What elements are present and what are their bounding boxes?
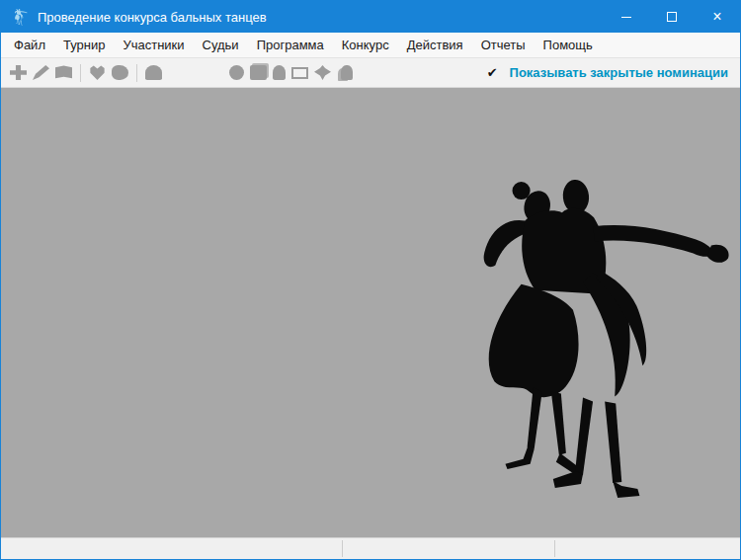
- status-section-3: [555, 538, 740, 559]
- close-icon: ×: [712, 9, 721, 25]
- menu-item-reports[interactable]: Отчеты: [472, 34, 535, 56]
- app-icon: [10, 7, 30, 27]
- menu-item-help[interactable]: Помощь: [535, 34, 602, 56]
- window-controls: ×: [604, 1, 740, 33]
- status-section-2: [343, 538, 554, 559]
- badge-icon[interactable]: [89, 65, 106, 80]
- window-title: Проведение конкурса бальных танцев: [38, 10, 604, 25]
- minimize-icon: [621, 17, 631, 18]
- menu-item-tournament[interactable]: Турнир: [54, 34, 114, 56]
- menu-bar: Файл Турнир Участники Судьи Программа Ко…: [1, 33, 740, 58]
- client-area: [1, 88, 740, 537]
- toolbar-right: ✔ Показывать закрытые номинации: [487, 65, 734, 80]
- copy-icon[interactable]: [250, 65, 267, 80]
- toolbar: ✔ Показывать закрытые номинации: [1, 58, 740, 88]
- toolbar-group-stamp: [142, 65, 165, 80]
- maximize-icon: [667, 12, 677, 22]
- shape-icon[interactable]: [112, 65, 128, 80]
- status-section-1: [1, 538, 342, 559]
- open-icon[interactable]: [55, 65, 72, 80]
- status-bar: [1, 537, 740, 559]
- stamp-icon[interactable]: [145, 65, 162, 80]
- toolbar-group-shapes: [86, 65, 131, 80]
- menu-item-participants[interactable]: Участники: [114, 34, 193, 56]
- app-window: Проведение конкурса бальных танцев × Фай…: [0, 0, 741, 560]
- screen-icon[interactable]: [291, 67, 308, 79]
- check-icon[interactable]: ✔: [487, 65, 498, 80]
- toolbar-group-objects: [226, 65, 356, 80]
- menu-item-contest[interactable]: Конкурс: [333, 34, 398, 56]
- title-bar: Проведение конкурса бальных танцев ×: [1, 1, 740, 33]
- wing-icon[interactable]: [314, 65, 331, 80]
- maximize-button[interactable]: [649, 1, 695, 33]
- circle-icon[interactable]: [229, 65, 244, 80]
- toolbar-group-edit: [7, 65, 75, 80]
- add-icon[interactable]: [10, 65, 27, 80]
- menu-item-program[interactable]: Программа: [248, 34, 333, 56]
- toolbar-separator: [80, 64, 81, 82]
- toolbar-separator: [136, 64, 137, 82]
- edit-icon[interactable]: [33, 65, 49, 80]
- minimize-button[interactable]: [604, 1, 649, 33]
- menu-item-actions[interactable]: Действия: [398, 34, 472, 56]
- close-button[interactable]: ×: [695, 1, 740, 33]
- dancing-couple-silhouette: [434, 157, 732, 513]
- person-icon[interactable]: [273, 65, 286, 80]
- menu-item-file[interactable]: Файл: [5, 34, 54, 56]
- people-icon[interactable]: [341, 65, 353, 80]
- menu-item-judges[interactable]: Судьи: [194, 34, 248, 56]
- show-closed-nominations-toggle[interactable]: Показывать закрытые номинации: [510, 65, 728, 80]
